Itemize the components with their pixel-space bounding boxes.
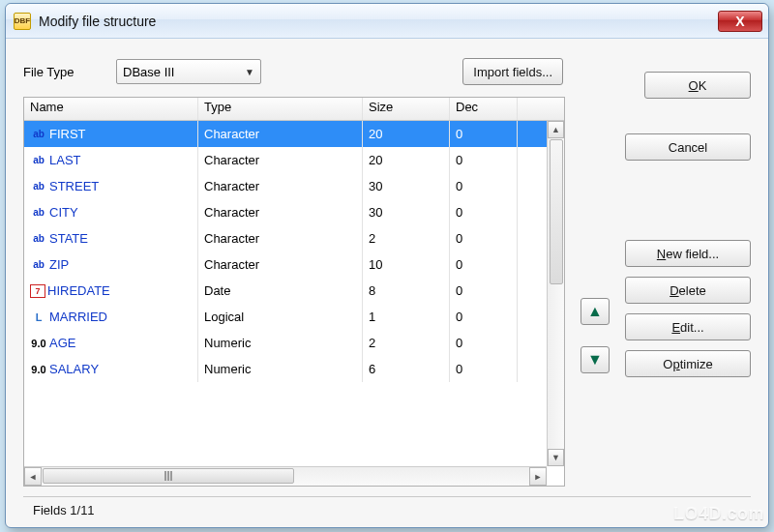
cell-size: 20 bbox=[363, 147, 450, 173]
reorder-column: ▲ ▼ bbox=[577, 97, 613, 487]
field-name: ZIP bbox=[49, 257, 69, 272]
scroll-up-button[interactable]: ▲ bbox=[548, 121, 564, 138]
cell-dec: 0 bbox=[450, 121, 518, 147]
file-type-dropdown[interactable]: DBase III ▼ bbox=[116, 59, 261, 84]
move-up-button[interactable]: ▲ bbox=[580, 298, 610, 325]
scroll-grip-icon bbox=[161, 471, 176, 481]
table-row[interactable]: LMARRIEDLogical10 bbox=[24, 304, 564, 330]
table-row[interactable]: 7HIREDATEDate80 bbox=[24, 278, 564, 304]
import-fields-button[interactable]: Import fields... bbox=[462, 58, 563, 85]
cell-size: 10 bbox=[363, 251, 450, 278]
col-header-size[interactable]: Size bbox=[363, 98, 450, 120]
edit-label: Edit... bbox=[671, 320, 703, 335]
vertical-scrollbar[interactable]: ▲ ▼ bbox=[547, 121, 564, 466]
cell-dec: 0 bbox=[450, 278, 518, 304]
char-type-icon: ab bbox=[30, 205, 47, 221]
fields-grid: Name Type Size Dec abFIRSTCharacter200ab… bbox=[23, 97, 565, 487]
scroll-left-button[interactable]: ◄ bbox=[24, 467, 42, 486]
cancel-button[interactable]: Cancel bbox=[625, 133, 751, 161]
import-fields-label: Import fields... bbox=[473, 65, 552, 79]
delete-label: Delete bbox=[670, 283, 706, 298]
scroll-down-icon: ▼ bbox=[551, 453, 560, 462]
cell-size: 2 bbox=[363, 330, 450, 356]
cell-size: 6 bbox=[363, 356, 450, 382]
close-button[interactable]: X bbox=[718, 11, 762, 32]
cell-type: Character bbox=[198, 199, 363, 225]
scroll-left-icon: ◄ bbox=[29, 472, 38, 482]
field-name: AGE bbox=[49, 336, 75, 350]
ok-button[interactable]: OK bbox=[644, 72, 751, 99]
field-name: STREET bbox=[49, 179, 99, 193]
cell-dec: 0 bbox=[450, 251, 518, 278]
horizontal-scroll-track[interactable] bbox=[42, 467, 529, 486]
horizontal-scrollbar[interactable]: ◄ ► bbox=[24, 466, 547, 486]
optimize-button[interactable]: Optimize bbox=[625, 350, 751, 377]
cell-size: 20 bbox=[363, 121, 450, 147]
cell-size: 30 bbox=[363, 173, 450, 199]
char-type-icon: ab bbox=[30, 179, 47, 194]
cell-type: Character bbox=[198, 173, 363, 199]
cell-dec: 0 bbox=[450, 173, 518, 199]
date-type-icon: 7 bbox=[30, 284, 45, 298]
col-header-dec[interactable]: Dec bbox=[450, 98, 518, 120]
cell-type: Character bbox=[198, 225, 363, 251]
cell-dec: 0 bbox=[450, 330, 518, 356]
new-field-label: New field... bbox=[657, 247, 719, 261]
close-icon: X bbox=[735, 14, 744, 29]
cell-name: 7HIREDATE bbox=[24, 278, 198, 304]
cell-name: LMARRIED bbox=[24, 304, 198, 330]
app-icon bbox=[14, 13, 31, 30]
num-type-icon: 9.0 bbox=[30, 362, 47, 377]
titlebar: Modify file structure X bbox=[6, 4, 768, 39]
scroll-down-button[interactable]: ▼ bbox=[548, 449, 564, 466]
top-row: File Type DBase III ▼ Import fields... O… bbox=[23, 58, 751, 85]
cell-dec: 0 bbox=[450, 147, 518, 173]
dialog-content: File Type DBase III ▼ Import fields... O… bbox=[6, 39, 768, 527]
cell-name: 9.0AGE bbox=[24, 330, 198, 356]
delete-button[interactable]: Delete bbox=[625, 277, 751, 304]
table-row[interactable]: abCITYCharacter300 bbox=[24, 199, 564, 225]
cell-size: 8 bbox=[363, 278, 450, 304]
file-type-label: File Type bbox=[23, 65, 101, 79]
edit-button[interactable]: Edit... bbox=[625, 313, 751, 340]
table-row[interactable]: 9.0SALARYNumeric60 bbox=[24, 356, 564, 382]
table-row[interactable]: abSTATECharacter20 bbox=[24, 225, 564, 251]
horizontal-scroll-thumb[interactable] bbox=[43, 468, 294, 484]
cell-name: abFIRST bbox=[24, 121, 198, 147]
main-area: Name Type Size Dec abFIRSTCharacter200ab… bbox=[23, 97, 751, 487]
cell-size: 30 bbox=[363, 199, 450, 225]
chevron-down-icon: ▼ bbox=[245, 67, 254, 77]
char-type-icon: ab bbox=[30, 127, 47, 142]
cell-type: Numeric bbox=[198, 330, 363, 356]
cell-type: Numeric bbox=[198, 356, 363, 382]
table-row[interactable]: abSTREETCharacter300 bbox=[24, 173, 564, 199]
field-name: FIRST bbox=[49, 127, 86, 141]
cell-size: 2 bbox=[363, 225, 450, 251]
field-name: MARRIED bbox=[49, 310, 107, 324]
move-down-button[interactable]: ▼ bbox=[580, 346, 610, 373]
table-row[interactable]: abFIRSTCharacter200 bbox=[24, 121, 564, 147]
field-name: STATE bbox=[49, 231, 88, 246]
num-type-icon: 9.0 bbox=[30, 336, 47, 351]
cell-type: Logical bbox=[198, 304, 363, 330]
dialog-modify-file-structure: Modify file structure X File Type DBase … bbox=[5, 3, 769, 528]
arrow-down-icon: ▼ bbox=[587, 351, 603, 369]
vertical-scroll-thumb[interactable] bbox=[550, 139, 563, 284]
cell-type: Character bbox=[198, 251, 363, 278]
scroll-right-icon: ► bbox=[534, 472, 543, 482]
new-field-button[interactable]: New field... bbox=[625, 240, 751, 267]
cell-name: abCITY bbox=[24, 199, 198, 225]
scroll-right-button[interactable]: ► bbox=[529, 467, 547, 486]
table-row[interactable]: 9.0AGENumeric20 bbox=[24, 330, 564, 356]
file-type-value: DBase III bbox=[123, 65, 174, 79]
ok-label: OK bbox=[689, 78, 707, 93]
arrow-up-icon: ▲ bbox=[587, 303, 603, 320]
table-row[interactable]: abLASTCharacter200 bbox=[24, 147, 564, 173]
table-row[interactable]: abZIPCharacter100 bbox=[24, 251, 564, 278]
cell-dec: 0 bbox=[450, 199, 518, 225]
col-header-type[interactable]: Type bbox=[198, 98, 363, 120]
window-title: Modify file structure bbox=[39, 14, 718, 29]
col-header-name[interactable]: Name bbox=[24, 98, 198, 120]
cell-name: abSTATE bbox=[24, 225, 198, 251]
char-type-icon: ab bbox=[30, 257, 47, 273]
